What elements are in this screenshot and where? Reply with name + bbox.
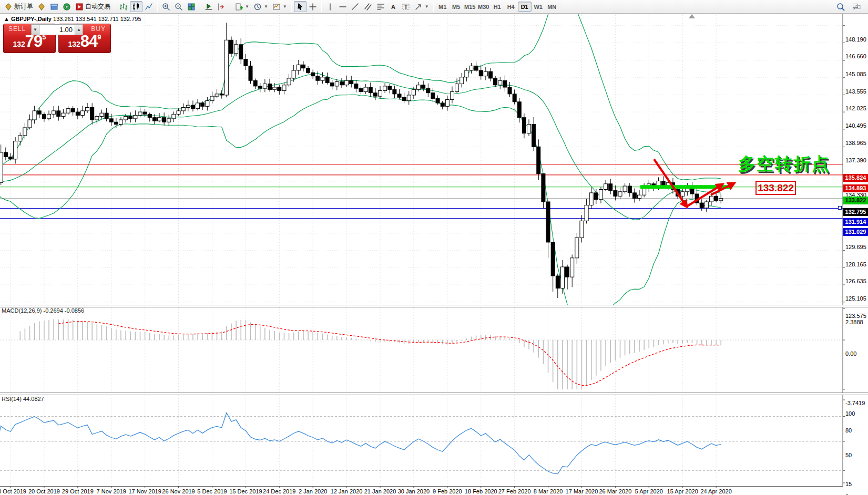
macd-pane[interactable] <box>0 307 843 393</box>
rsi-pane[interactable] <box>0 395 843 486</box>
chat-icon <box>852 3 861 11</box>
new-order-button[interactable]: 新订单 <box>2 1 35 12</box>
label-icon[interactable]: T <box>400 1 412 12</box>
axis-tick-label: 100 <box>845 410 868 417</box>
macd-indicator-label: MACD(12,26,9) -0.2694 -0.0856 <box>2 307 84 314</box>
ohlc-low: 132.711 <box>98 16 119 22</box>
profiles-icon[interactable] <box>48 1 60 12</box>
trendline-icon <box>351 3 360 11</box>
rsi-pane-splitter[interactable] <box>0 393 868 395</box>
date-tick-label: 20 Oct 2019 <box>28 488 60 494</box>
signals-icon <box>63 3 71 11</box>
macd-pane-splitter[interactable] <box>0 305 868 307</box>
text-icon: A <box>389 3 397 11</box>
tile-windows-icon[interactable] <box>185 1 198 12</box>
timeframe-m15-button[interactable]: M15 <box>463 2 477 12</box>
chart-shift-icon[interactable] <box>215 1 228 12</box>
timeframe-h4-button[interactable]: H4 <box>504 2 518 12</box>
turning-point-annotation[interactable]: 多空转折点 <box>738 152 830 176</box>
axis-tick-label: 129.695 <box>845 243 868 251</box>
chart-shift-icon <box>217 3 226 11</box>
timeframe-d1-button[interactable]: D1 <box>518 2 532 12</box>
timeframe-m5-button[interactable]: M5 <box>450 2 463 12</box>
crosshair-icon[interactable] <box>307 1 319 12</box>
timeframe-mn-button[interactable]: MN <box>545 2 559 12</box>
ohlc-open: 133.261 <box>53 16 74 22</box>
fibonacci-icon <box>376 3 385 11</box>
tile-windows-icon <box>187 3 196 11</box>
text-icon[interactable]: A <box>387 1 400 12</box>
autotrading-button[interactable]: 自动交易 <box>73 1 113 12</box>
date-tick-label: 5 Dec 2019 <box>197 488 227 494</box>
one-click-trading-panel: SELL 132795 BUY 132849 ▼ ▲ <box>3 24 111 53</box>
volume-stepper: ▼ ▲ <box>31 24 83 35</box>
volume-increase-button[interactable]: ▲ <box>75 24 83 35</box>
date-tick-label: 8 Mar 2020 <box>534 488 563 494</box>
axis-tick-label: 0.00 <box>845 350 868 357</box>
toolbar-separator <box>157 2 158 12</box>
timeframe-m1-button[interactable]: M1 <box>436 2 450 12</box>
date-tick-label: 24 Dec 2019 <box>263 488 295 494</box>
price-chart-canvas[interactable] <box>0 14 868 495</box>
fibonacci-icon[interactable] <box>374 1 387 12</box>
channel-icon <box>364 3 372 11</box>
trendline-icon[interactable] <box>349 1 362 12</box>
search-icon <box>836 3 845 11</box>
toolbar-separator <box>433 2 434 12</box>
chart-shift-marker[interactable] <box>689 14 695 18</box>
periods-icon <box>253 3 262 11</box>
signals-icon[interactable] <box>60 1 73 12</box>
periods-icon[interactable]: ▼ <box>251 1 270 12</box>
chevron-down-icon[interactable]: ▼ <box>245 4 249 9</box>
bollinger-band-line <box>0 95 721 326</box>
chart-window[interactable]: ▲ GBPJPY-,Daily 133.261 133.541 132.711 … <box>0 14 868 495</box>
search-button[interactable] <box>834 1 847 12</box>
timeframe-h1-button[interactable]: H1 <box>491 2 504 12</box>
axis-tick-label: 0 <box>845 493 868 495</box>
chevron-down-icon[interactable]: ▼ <box>283 4 287 9</box>
date-tick-label: 27 Feb 2020 <box>498 488 531 494</box>
trendline-handle[interactable] <box>838 206 842 210</box>
charts-icon[interactable] <box>35 1 48 12</box>
zoom-out-icon[interactable] <box>172 1 185 12</box>
auto-scroll-icon[interactable] <box>202 1 215 12</box>
date-tick-label: 18 Feb 2020 <box>465 488 497 494</box>
date-tick-label: 26 Nov 2019 <box>162 488 195 494</box>
main-pane[interactable] <box>0 14 843 326</box>
time-axis-line <box>0 486 843 487</box>
symbol-name: GBPJPY-,Daily <box>11 16 52 22</box>
chart-icon: ▲ <box>4 16 9 22</box>
date-tick-label: 2 Jan 2020 <box>299 488 327 494</box>
date-tick-label: 17 Nov 2019 <box>128 488 161 494</box>
bar-chart-icon[interactable] <box>117 1 130 12</box>
channel-icon[interactable] <box>362 1 374 12</box>
timeframe-m30-button[interactable]: M30 <box>477 2 491 12</box>
charts-icon <box>37 3 46 11</box>
indicators-icon[interactable]: ▼ <box>232 1 251 12</box>
chat-button[interactable] <box>850 1 863 12</box>
vertical-line-icon <box>326 3 334 11</box>
svg-text:T: T <box>404 4 407 10</box>
cursor-icon[interactable] <box>294 1 307 12</box>
axis-tick-label: 128.165 <box>845 261 868 268</box>
horizontal-line-icon[interactable] <box>336 1 349 12</box>
rsi-indicator-label: RSI(14) 44.0827 <box>2 396 44 402</box>
volume-decrease-button[interactable]: ▼ <box>31 24 39 35</box>
templates-icon[interactable]: ▼ <box>270 1 289 12</box>
arrows-icon[interactable]: ▼ <box>412 1 431 12</box>
axis-tick-label: 143.555 <box>845 88 868 95</box>
zoom-in-icon[interactable] <box>160 1 172 12</box>
cursor-icon <box>296 3 304 11</box>
timeframe-w1-button[interactable]: W1 <box>532 2 545 12</box>
bid-price-line-badge: 132.795 <box>843 208 868 216</box>
candlestick-icon <box>132 3 140 11</box>
volume-input[interactable] <box>39 24 75 35</box>
price-level-label[interactable]: 133.822 <box>755 181 796 195</box>
chevron-down-icon[interactable]: ▼ <box>264 4 268 9</box>
line-chart-icon[interactable] <box>142 1 155 12</box>
candlestick-icon[interactable] <box>130 1 142 12</box>
vertical-line-icon[interactable] <box>324 1 336 12</box>
chevron-down-icon[interactable]: ▼ <box>425 4 429 9</box>
horizontal-line-icon <box>339 3 347 11</box>
support-line-blue-2-badge: 131.029 <box>843 228 868 236</box>
